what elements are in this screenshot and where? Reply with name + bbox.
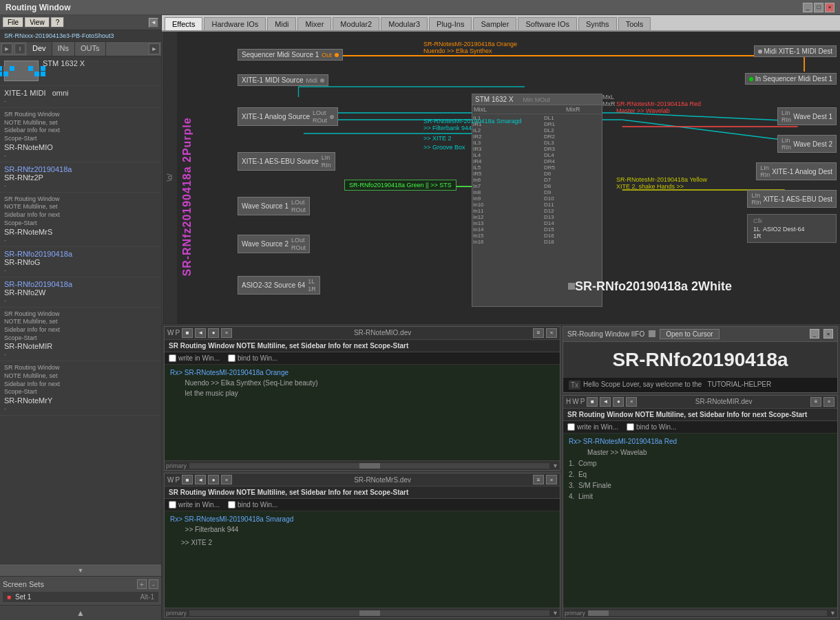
yellow-conn-sub: XITE 2, shake Hands >> bbox=[616, 183, 684, 190]
screen-sets-title: Screen Sets bbox=[3, 580, 44, 588]
sidebar-expand-arrow[interactable]: ▼ bbox=[0, 564, 161, 576]
screen-set-1: ■ Set 1 Alt-1 bbox=[3, 592, 158, 602]
tab-sampler[interactable]: Sampler bbox=[473, 17, 516, 30]
node-seq-midi-dest: In Sequencer Midi Dest 1 bbox=[745, 73, 837, 85]
mir-scrollbar[interactable]: primary ▼ bbox=[563, 608, 837, 617]
mio-write-checkbox[interactable] bbox=[169, 354, 176, 362]
tab-modular3[interactable]: Modular3 bbox=[381, 17, 428, 30]
mio-toolbar-btn1[interactable]: ■ bbox=[182, 328, 193, 338]
screen-sets-add[interactable]: + bbox=[137, 579, 147, 589]
cursor-title: SR-Routing Window IIFO bbox=[567, 330, 644, 338]
mir-bind-check[interactable]: bind to Win... bbox=[627, 423, 676, 431]
mir-toolbar-btn1[interactable]: ■ bbox=[587, 397, 598, 407]
panel-toolbar-mrs: W P ■ ◄ ● × SR-RNoteMrS.dev ≡ × bbox=[165, 473, 560, 487]
mir-toolbar-btn6[interactable]: × bbox=[823, 397, 834, 407]
mrs-bind-check[interactable]: bind to Win... bbox=[228, 501, 277, 509]
stm-mxl-label: MxL bbox=[602, 94, 614, 100]
mrs-bind-checkbox[interactable] bbox=[228, 501, 235, 509]
minimize-btn[interactable]: _ bbox=[803, 3, 812, 12]
screen-sets-panel: Screen Sets + - ■ Set 1 Alt-1 bbox=[0, 576, 161, 605]
cursor-panel-header: SR-Routing Window IIFO Open to Cursor _ … bbox=[563, 327, 837, 342]
tab-tools[interactable]: Tools bbox=[618, 17, 651, 30]
menu-file[interactable]: File bbox=[3, 17, 23, 28]
mrs-write-checkbox[interactable] bbox=[169, 501, 176, 509]
device-stm: STM 1632 X bbox=[0, 56, 161, 86]
screen-sets-remove[interactable]: - bbox=[149, 579, 158, 589]
mio-bind-check[interactable]: bind to Win... bbox=[228, 354, 277, 362]
tab-ins[interactable]: INs bbox=[52, 42, 76, 56]
mio-checks: write in Win... bind to Win... bbox=[165, 352, 560, 365]
xite2-label: >> XITE 2 bbox=[423, 135, 452, 142]
cursor-close[interactable]: × bbox=[823, 329, 833, 339]
maximize-btn[interactable]: □ bbox=[814, 3, 823, 12]
tx-content: Hello Scope Lover, say welcome to the TU… bbox=[583, 381, 771, 389]
node-midi-dest: Midi XITE-1 MIDI Dest bbox=[754, 45, 837, 57]
svg-line-5 bbox=[622, 120, 798, 142]
mir-write-check[interactable]: write in Win... bbox=[567, 423, 618, 431]
sidebar-icon2[interactable]: I bbox=[14, 43, 25, 54]
cursor-panel: SR-Routing Window IIFO Open to Cursor _ … bbox=[563, 326, 838, 393]
mrs-checks: write in Win... bind to Win... bbox=[165, 499, 560, 511]
device-rnote-mio: SR Routing WindowNOTE Multiline, setSide… bbox=[0, 108, 161, 162]
mir-toolbar-btn4[interactable]: × bbox=[626, 397, 637, 407]
groovebox-label: >> Groove Box bbox=[423, 144, 465, 151]
device-rnote-mry: SR Routing WindowNOTE Multiline, setSide… bbox=[0, 361, 161, 416]
close-btn[interactable]: × bbox=[825, 3, 834, 12]
white-routing-label: SR-RNfo20190418a 2White bbox=[575, 279, 732, 294]
sidebar-scroll-btn[interactable]: ► bbox=[149, 43, 160, 54]
white-indicator bbox=[568, 283, 575, 290]
tab-outs[interactable]: OUTs bbox=[75, 42, 106, 56]
panel-toolbar-mir: H W P ■ ◄ ● × SR-RNoteMIR.dev ≡ × bbox=[563, 396, 837, 409]
tab-mixer[interactable]: Mixer bbox=[297, 17, 331, 30]
sidebar-icon1[interactable]: ► bbox=[1, 43, 12, 54]
mir-toolbar-btn2[interactable]: ◄ bbox=[600, 397, 611, 407]
mio-toolbar-btn5[interactable]: ≡ bbox=[533, 328, 544, 338]
tab-synths[interactable]: Synths bbox=[578, 17, 617, 30]
mio-bind-checkbox[interactable] bbox=[228, 354, 235, 362]
tab-midi[interactable]: Midi bbox=[267, 17, 296, 30]
mrs-toolbar-btn3[interactable]: ● bbox=[208, 475, 219, 484]
stm-title: STM 1632 X Min MOut bbox=[472, 94, 602, 105]
mio-scrollbar[interactable]: primary ▼ bbox=[165, 460, 560, 470]
sidebar-bottom-arrow[interactable]: ▲ bbox=[0, 605, 161, 620]
green-sts-label: SR-RNfo20190418a Green || >> STS bbox=[344, 180, 456, 191]
mrs-toolbar-btn4[interactable]: × bbox=[221, 475, 232, 484]
mio-toolbar-btn2[interactable]: ◄ bbox=[195, 328, 206, 338]
mir-toolbar-btn5[interactable]: ≡ bbox=[810, 397, 821, 407]
cursor-indicator bbox=[649, 330, 655, 337]
mir-write-checkbox[interactable] bbox=[567, 423, 575, 431]
device-xite-midi: XITE-1 MIDI omni - bbox=[0, 86, 161, 108]
tab-dev[interactable]: Dev bbox=[27, 42, 52, 56]
tab-software-ios[interactable]: Software IOs bbox=[518, 17, 577, 30]
mrs-toolbar-btn6[interactable]: × bbox=[546, 475, 557, 484]
yellow-conn-label: SR-RNotesMr-20190418a Yellow bbox=[616, 176, 707, 183]
tab-modular2[interactable]: Modular2 bbox=[333, 17, 379, 30]
routing-area: \o/ SR-RNfz20190418a 2Purple bbox=[162, 32, 840, 324]
mio-toolbar-btn6[interactable]: × bbox=[546, 328, 557, 338]
menu-help[interactable]: ? bbox=[51, 17, 65, 28]
mir-toolbar-btn3[interactable]: ● bbox=[613, 397, 624, 407]
mrs-scrollbar[interactable]: primary ▼ bbox=[165, 608, 560, 617]
mio-toolbar-btn3[interactable]: ● bbox=[208, 328, 219, 338]
mrs-toolbar-btn1[interactable]: ■ bbox=[182, 475, 193, 484]
sidebar-ctrl1[interactable]: ◄ bbox=[149, 18, 158, 28]
device-rnote-mrs: SR Routing WindowNOTE Multiline, setSide… bbox=[0, 193, 161, 247]
device-rnfo-2w: SR-RNfo20190418a SR-RNfo2W - bbox=[0, 277, 161, 308]
mio-toolbar-btn4[interactable]: × bbox=[221, 328, 232, 338]
cursor-minimize[interactable]: _ bbox=[810, 329, 819, 339]
red-conn-sub: Master >> Wavelab bbox=[616, 107, 670, 114]
mrs-toolbar-btn2[interactable]: ◄ bbox=[195, 475, 206, 484]
mrs-toolbar-btn5[interactable]: ≡ bbox=[533, 475, 544, 484]
tab-plugins[interactable]: Plug-Ins bbox=[429, 17, 472, 30]
mir-bind-checkbox[interactable] bbox=[627, 423, 634, 431]
mrs-write-check[interactable]: write in Win... bbox=[169, 501, 220, 509]
mrs-heading: SR Routing Window NOTE Multiline, set Si… bbox=[165, 487, 560, 499]
smaragd-label: SR-RNotesMI-20190418a Smaragd bbox=[423, 118, 522, 125]
open-cursor-btn[interactable]: Open to Cursor bbox=[660, 329, 719, 339]
tab-hardware-ios[interactable]: Hardware IOs bbox=[204, 17, 266, 30]
menu-view[interactable]: View bbox=[25, 17, 50, 28]
mio-write-check[interactable]: write in Win... bbox=[169, 354, 220, 362]
mir-file-label: SR-RNoteMIR.dev bbox=[639, 398, 808, 405]
tab-effects[interactable]: Effects bbox=[165, 17, 202, 30]
mrs-content: Rx> SR-RNotesMI-20190418a Smaragd >> Fil… bbox=[165, 511, 560, 608]
